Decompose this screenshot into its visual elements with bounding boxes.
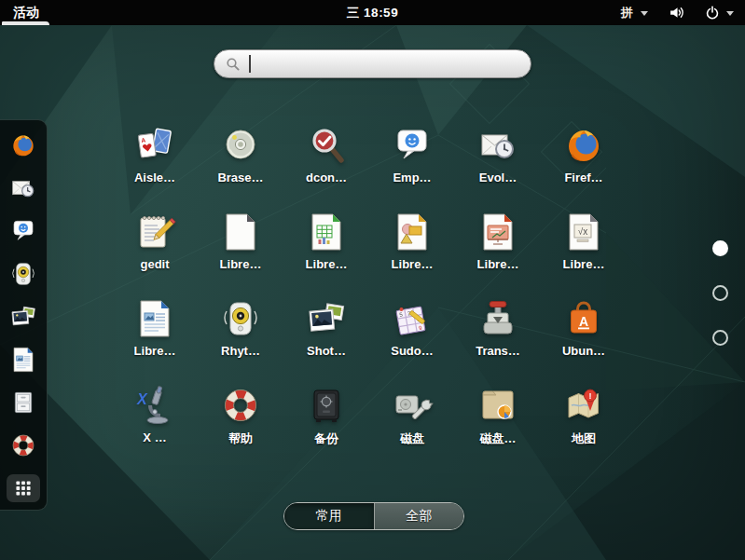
app-label: Evol…	[479, 171, 517, 184]
app-item-xdiagnose[interactable]: XX …	[112, 383, 198, 470]
xdiagnose-icon: X	[132, 383, 177, 428]
volume-icon[interactable]	[669, 5, 684, 20]
shotwell-icon	[304, 296, 349, 341]
dash-item-libreoffice-writer[interactable]	[8, 345, 38, 375]
evolution-icon	[8, 173, 38, 203]
maps-icon: !	[561, 383, 606, 428]
dash-item-rhythmbox[interactable]	[8, 259, 38, 289]
app-label: Sudo…	[391, 344, 434, 358]
app-item-libreoffice-start[interactable]: Libre…	[198, 210, 283, 296]
app-label: Libre…	[563, 257, 605, 271]
app-label: Libre…	[220, 257, 262, 271]
libreoffice-draw-icon	[390, 210, 435, 254]
app-label: 地图	[572, 430, 596, 447]
app-item-brasero[interactable]: Brase…	[198, 123, 283, 210]
rhythmbox-icon	[218, 296, 263, 341]
app-label: Libre…	[306, 257, 348, 271]
power-icon[interactable]	[705, 6, 720, 20]
dash-item-help[interactable]	[8, 430, 38, 460]
dash-item-shotwell[interactable]	[8, 302, 38, 332]
app-item-libreoffice-draw[interactable]: Libre…	[369, 210, 455, 296]
app-item-dconf-editor[interactable]: dcon…	[283, 123, 369, 210]
app-label: Libre…	[477, 257, 519, 271]
app-item-sudoku[interactable]: 5239Sudo…	[369, 296, 455, 383]
app-label: Emp…	[393, 171, 431, 184]
firefox-icon	[8, 130, 38, 160]
evolution-icon	[476, 123, 520, 168]
app-item-libreoffice-writer[interactable]: Libre…	[112, 296, 198, 383]
top-bar: 活动 三 18:59 拼	[0, 0, 745, 25]
app-item-rhythmbox[interactable]: Rhyt…	[198, 296, 283, 383]
empathy-icon	[8, 216, 38, 246]
app-label: 磁盘	[400, 430, 424, 447]
app-item-libreoffice-calc[interactable]: Libre…	[283, 210, 369, 296]
dash-item-firefox[interactable]	[8, 130, 38, 160]
dash-item-files[interactable]	[8, 388, 38, 417]
svg-text:!: !	[589, 391, 592, 401]
aisleriot-icon: A	[132, 123, 177, 168]
svg-text:A: A	[579, 314, 588, 329]
dash-item-empathy[interactable]	[8, 216, 38, 246]
app-label: 帮助	[228, 430, 253, 447]
disks-icon	[390, 383, 435, 428]
files-icon	[8, 388, 38, 417]
empathy-icon	[390, 123, 435, 168]
app-item-disk-usage-analyzer[interactable]: 磁盘…	[455, 383, 541, 470]
app-label: 磁盘…	[480, 430, 517, 447]
app-item-shotwell[interactable]: Shot…	[283, 296, 369, 383]
app-item-ubuntu-software[interactable]: AUbun…	[541, 296, 627, 383]
search-icon	[226, 57, 241, 72]
page-dot-3[interactable]	[712, 330, 728, 346]
app-label: Rhyt…	[221, 344, 260, 358]
chevron-down-icon	[641, 11, 648, 16]
search-field[interactable]	[214, 49, 531, 78]
app-item-evolution[interactable]: Evol…	[455, 123, 541, 210]
app-item-maps[interactable]: !地图	[541, 383, 627, 470]
page-dot-1[interactable]	[712, 240, 728, 256]
help-icon	[8, 430, 38, 460]
app-item-backups[interactable]: 备份	[283, 383, 369, 470]
rhythmbox-icon	[8, 259, 38, 289]
view-toggle-frequent[interactable]: 常用	[284, 503, 374, 529]
app-item-gedit[interactable]: gedit	[112, 210, 198, 296]
chevron-down-icon	[726, 11, 734, 16]
gedit-icon	[132, 210, 177, 254]
app-label: Firef…	[564, 171, 602, 184]
libreoffice-writer-icon	[8, 345, 38, 375]
app-item-aisleriot[interactable]: AAisle…	[112, 123, 198, 210]
app-item-libreoffice-impress[interactable]: Libre…	[455, 210, 541, 296]
app-label: gedit	[140, 257, 169, 271]
app-label: Shot…	[307, 344, 346, 358]
search-input[interactable]	[251, 56, 520, 73]
show-apps-icon	[11, 476, 35, 500]
activities-active-indicator	[2, 21, 49, 25]
app-item-empathy[interactable]: Emp…	[369, 123, 455, 210]
app-grid: AAisle…Brase…dcon…Emp…Evol…Firef…geditLi…	[112, 123, 627, 470]
input-method-indicator[interactable]: 拼	[621, 5, 633, 21]
app-item-help[interactable]: 帮助	[198, 383, 283, 470]
show-applications-button[interactable]	[7, 474, 40, 502]
app-item-libreoffice-math[interactable]: √xLibre…	[541, 210, 627, 296]
app-item-firefox[interactable]: Firef…	[541, 123, 627, 210]
activities-label: 活动	[13, 5, 39, 21]
shotwell-icon	[8, 302, 38, 332]
view-toggle-all[interactable]: 全部	[374, 503, 464, 529]
app-label: Aisle…	[134, 171, 175, 184]
libreoffice-calc-icon	[304, 210, 349, 254]
page-dot-2[interactable]	[712, 285, 728, 301]
system-status-area[interactable]: 拼	[621, 0, 734, 25]
dash-item-evolution[interactable]	[8, 173, 38, 203]
clock[interactable]: 三 18:59	[347, 5, 398, 21]
sudoku-icon: 5239	[390, 296, 435, 341]
app-item-disks[interactable]: 磁盘	[369, 383, 455, 470]
backups-icon	[304, 383, 349, 428]
libreoffice-impress-icon	[476, 210, 520, 254]
app-item-transmission[interactable]: Trans…	[455, 296, 541, 383]
app-label: dcon…	[306, 171, 347, 184]
libreoffice-writer-icon	[132, 296, 177, 341]
app-label: X …	[143, 430, 166, 444]
libreoffice-start-icon	[218, 210, 263, 254]
app-label: 备份	[314, 430, 338, 447]
activities-button[interactable]: 活动	[0, 0, 52, 25]
ubuntu-software-icon: A	[561, 296, 606, 341]
